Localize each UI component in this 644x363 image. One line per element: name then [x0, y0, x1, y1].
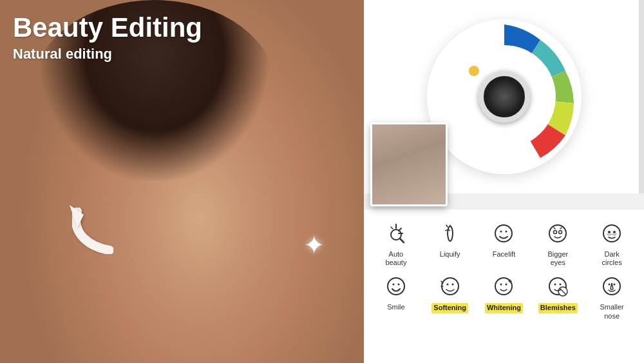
svg-point-25 [446, 284, 448, 286]
sub-title: Natural editing [13, 46, 364, 63]
svg-point-20 [613, 231, 616, 233]
tool-smaller-nose[interactable]: Smallernose [586, 272, 638, 320]
svg-point-35 [554, 284, 556, 286]
left-panel: Beauty Editing Natural editing ✦ [0, 0, 364, 363]
tool-dark-circles[interactable]: Darkcircles [586, 219, 638, 267]
svg-point-41 [614, 284, 616, 286]
svg-point-21 [388, 278, 404, 295]
svg-line-16 [554, 228, 555, 229]
tool-blemishes[interactable]: Blemishes [532, 272, 583, 320]
facelift-label: Facelift [493, 250, 515, 259]
svg-point-10 [495, 225, 512, 242]
sparkle-icon: ✦ [303, 230, 325, 260]
blemishes-icon [544, 272, 572, 300]
preview-image [372, 124, 446, 204]
tool-smile[interactable]: Smile [370, 272, 422, 320]
svg-point-15 [559, 231, 562, 234]
right-panel: Autobeauty Liquify [364, 0, 644, 363]
beauty-tools-area: Autobeauty Liquify [364, 210, 644, 363]
auto-beauty-icon [382, 219, 410, 248]
svg-point-24 [442, 278, 459, 295]
svg-point-18 [603, 225, 620, 242]
blemishes-label: Blemishes [538, 303, 578, 313]
tool-bigger-eyes[interactable]: Biggereyes [532, 219, 583, 267]
svg-point-19 [608, 231, 611, 233]
bigger-eyes-icon [544, 219, 572, 248]
svg-point-29 [495, 278, 512, 295]
svg-line-17 [560, 228, 562, 229]
whitening-icon [489, 272, 518, 300]
svg-line-8 [391, 227, 393, 229]
svg-point-30 [500, 284, 502, 286]
smile-label: Smile [387, 303, 405, 311]
smaller-nose-icon [598, 272, 626, 300]
svg-point-22 [392, 284, 394, 286]
svg-point-39 [603, 278, 620, 295]
preview-thumbnail [370, 123, 448, 206]
tool-softening[interactable]: Softening [424, 272, 476, 320]
svg-point-26 [451, 284, 453, 286]
tool-facelift[interactable]: Facelift [478, 219, 530, 267]
tool-liquify[interactable]: Liquify [424, 219, 476, 267]
svg-point-12 [506, 231, 507, 233]
logo-area [364, 0, 644, 193]
svg-point-36 [560, 284, 562, 286]
main-title: Beauty Editing [13, 13, 364, 43]
camera-lens [478, 71, 530, 123]
svg-point-40 [609, 284, 611, 286]
whitening-label: Whitening [485, 303, 523, 313]
liquify-label: Liquify [440, 250, 460, 259]
softening-icon [436, 272, 464, 300]
svg-point-23 [397, 284, 399, 286]
auto-beauty-label: Autobeauty [385, 250, 406, 267]
app-logo [427, 19, 582, 174]
svg-line-7 [400, 239, 404, 242]
svg-point-14 [554, 231, 557, 234]
svg-point-31 [506, 284, 507, 286]
liquify-icon [436, 219, 464, 248]
dark-circles-icon [598, 219, 626, 248]
svg-point-13 [549, 225, 566, 242]
camera-dot [469, 66, 479, 76]
facelift-icon [489, 219, 518, 248]
smile-icon [382, 272, 410, 300]
svg-point-11 [500, 231, 502, 233]
bigger-eyes-label: Biggereyes [547, 250, 568, 267]
svg-line-9 [446, 225, 448, 227]
title-overlay: Beauty Editing Natural editing [13, 13, 364, 63]
arrow-icon [52, 195, 129, 273]
tools-grid: Autobeauty Liquify [370, 219, 638, 320]
tool-auto-beauty[interactable]: Autobeauty [370, 219, 422, 267]
right-edge-decoration [639, 0, 644, 193]
tool-whitening[interactable]: Whitening [478, 272, 530, 320]
dark-circles-label: Darkcircles [602, 250, 622, 267]
softening-label: Softening [431, 303, 468, 313]
smaller-nose-label: Smallernose [600, 303, 623, 320]
